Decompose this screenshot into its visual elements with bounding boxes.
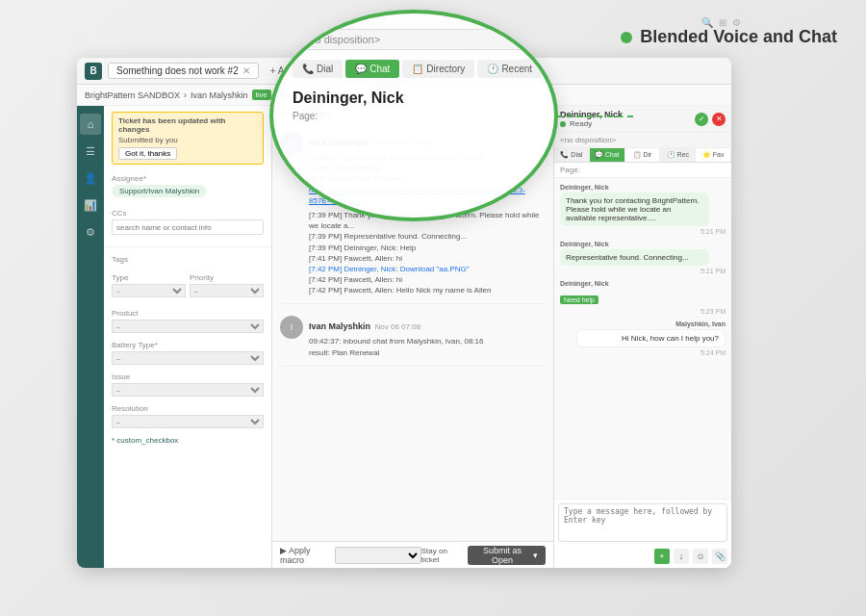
agent-settings-icon: ⚙ <box>732 17 741 28</box>
tab-close-icon[interactable]: ✕ <box>242 65 250 76</box>
bottom-bar: ▶ Apply macro Stay on ticket Submit as O… <box>272 541 553 568</box>
resolution-section: Resolution – <box>104 400 271 432</box>
chat-action-red-btn[interactable]: ✕ <box>712 113 726 126</box>
chat-action-green-btn[interactable]: ✓ <box>695 113 708 126</box>
conv-message-2: I Ivan Malyshkin Nov 06 07:08 09:42:37: … <box>280 316 546 366</box>
agent-status-icon: 🔍 <box>701 17 713 28</box>
left-panel: Ticket has been updated with changes Sub… <box>104 106 272 568</box>
chat-add-btn[interactable]: + <box>654 549 670 564</box>
type-priority-row: Type – Priority – <box>112 273 264 297</box>
conv-line-1-9: [7:42 PM] Deininger, Nick: Download "aa.… <box>309 264 546 274</box>
tab-directory[interactable]: 📋 Dir <box>625 148 661 162</box>
conv-user-name-2: Ivan Malyshkin <box>309 321 370 331</box>
circle-tab-directory[interactable]: 📋 Directory <box>402 60 474 78</box>
chat-header: Deininger, Nick Ready ✓ ✕ <box>554 106 731 133</box>
nav-settings-icon[interactable]: ⚙ <box>80 221 101 243</box>
chat-attach-btn[interactable]: 📎 <box>712 549 727 564</box>
chat-header-left: Deininger, Nick Ready <box>560 110 623 128</box>
battery-label: Battery Type* <box>112 341 264 349</box>
chat-message-input[interactable] <box>558 503 727 542</box>
resolution-select[interactable]: – <box>112 415 264 428</box>
chat-disposition-label: <no disposition> <box>560 136 616 144</box>
agent-status-text: Ready <box>570 119 592 128</box>
tab-chat[interactable]: 💬 Chat <box>590 148 625 162</box>
status-indicator <box>560 121 566 127</box>
ccs-label: CCs <box>112 209 264 218</box>
circle-tab-dial-label: Dial <box>317 64 333 74</box>
circle-disposition-bar[interactable]: <no disposition> <box>293 29 535 50</box>
product-label: Product <box>112 309 264 318</box>
chat-msg-time-3: 5:23 PM <box>560 308 726 315</box>
type-label: Type <box>112 273 186 282</box>
tab-title: Something does not work #2 <box>116 65 239 76</box>
chat-input-area: + ↓ ☺ 📎 <box>554 499 731 568</box>
circle-tab-chat[interactable]: 💬 Chat <box>345 60 399 78</box>
got-it-button[interactable]: Got it, thanks <box>118 147 177 160</box>
issue-select[interactable]: – <box>112 383 264 397</box>
priority-item: Priority – <box>190 273 264 297</box>
chat-msg-bubble-1: Thank you for contacting BrightPattern. … <box>560 192 709 226</box>
agent-grid-icon: ⊞ <box>719 17 726 28</box>
ticket-tab[interactable]: Something does not work #2 ✕ <box>108 63 259 79</box>
bottom-actions: Stay on ticket Submit as Open ▾ <box>421 546 546 565</box>
update-notice: Ticket has been updated with changes Sub… <box>112 112 264 165</box>
chat-disposition-bar[interactable]: <no disposition> <box>554 133 731 148</box>
circle-contact-name: Deininger, Nick <box>293 90 535 107</box>
battery-select[interactable]: – <box>112 351 264 365</box>
chat-header-right: ✓ ✕ <box>695 113 726 126</box>
ccs-input[interactable] <box>112 219 264 235</box>
update-notice-sub: Submitted by you <box>118 136 257 144</box>
nav-analytics-icon[interactable]: 📊 <box>80 194 101 216</box>
type-priority-section: Type – Priority – <box>104 270 271 305</box>
tab-favorites[interactable]: ⭐ Fav <box>696 148 731 162</box>
tab-dial[interactable]: 📞 Dial <box>554 148 590 162</box>
conv-text-2: 09:42:37: inbound chat from Malyshkin, I… <box>309 336 546 357</box>
macro-select[interactable] <box>335 547 421 564</box>
chat-msg-2: Deininger, Nick Representative found. Co… <box>560 241 726 274</box>
circle-tab-recent[interactable]: 🕐 Recent <box>477 60 542 78</box>
chat-msg-sender-4: Malyshkin, Ivan <box>560 321 726 327</box>
chat-msg-sender-3: Deininger, Nick <box>560 280 726 287</box>
stay-on-ticket-btn[interactable]: Stay on ticket <box>421 547 462 564</box>
submit-open-btn[interactable]: Submit as Open ▾ <box>468 546 546 565</box>
conv-line-1-8: [7:41 PM] Fawcett, Allen: hi <box>309 253 546 264</box>
tab-recent[interactable]: 🕐 Rec <box>660 148 696 162</box>
apply-macro: ▶ Apply macro <box>280 546 421 565</box>
breadcrumb-sandbox: BrightPattern SANDBOX <box>85 90 180 100</box>
blended-label-text: Blended Voice and Chat <box>640 27 837 47</box>
type-select[interactable]: – <box>112 284 186 297</box>
circle-tab-dial[interactable]: 📞 Dial <box>293 60 343 78</box>
circle-tab-chat-label: Chat <box>369 64 390 74</box>
screenshot-container: Blended Voice and Chat B Something does … <box>0 0 866 616</box>
update-notice-title: Ticket has been updated with changes <box>118 116 257 134</box>
tags-section: Tags <box>104 251 271 270</box>
dashed-connector-line <box>556 116 633 117</box>
priority-select[interactable]: – <box>190 284 264 297</box>
chat-body: Deininger, Nick Thank you for contacting… <box>554 178 731 499</box>
nav-home-icon[interactable]: ⌂ <box>80 114 101 135</box>
custom-checkbox-label: * custom_checkbox <box>112 436 264 445</box>
chevron-down-icon: ▾ <box>533 551 538 560</box>
issue-section: Issue – <box>104 369 271 400</box>
chat-input-toolbar: + ↓ ☺ 📎 <box>558 549 727 564</box>
breadcrumb-user: Ivan Malyshkin <box>191 90 248 100</box>
chat-emoji-btn[interactable]: ☺ <box>693 549 708 564</box>
assignee-label-text: Assignee* <box>112 174 146 183</box>
nav-tickets-icon[interactable]: ☰ <box>80 141 101 162</box>
chat-download-btn[interactable]: ↓ <box>674 549 689 564</box>
battery-section: Battery Type* – <box>104 337 271 369</box>
conv-user-row-2: I Ivan Malyshkin Nov 06 07:08 09:42:37: … <box>280 316 546 357</box>
priority-label: Priority <box>190 273 264 282</box>
nav-contacts-icon[interactable]: 👤 <box>80 167 101 189</box>
chat-msg-3: Deininger, Nick Need help 5:23 PM <box>560 280 726 315</box>
ticket-live-badge: live <box>252 90 271 100</box>
chat-status-row: Ready <box>560 119 623 128</box>
need-help-badge: Need help <box>560 295 599 304</box>
conv-timestamp-2: Nov 06 07:08 <box>374 322 420 331</box>
assignee-value[interactable]: Support/Ivan Malyshkin <box>112 185 207 197</box>
apply-macro-label: ▶ Apply macro <box>280 546 331 565</box>
chat-msg-bubble-2: Representative found. Connecting... <box>560 249 709 266</box>
product-select[interactable]: – <box>112 320 264 333</box>
chat-page-bar: Page: <box>554 163 731 178</box>
circle-page-label: Page: <box>293 111 535 121</box>
